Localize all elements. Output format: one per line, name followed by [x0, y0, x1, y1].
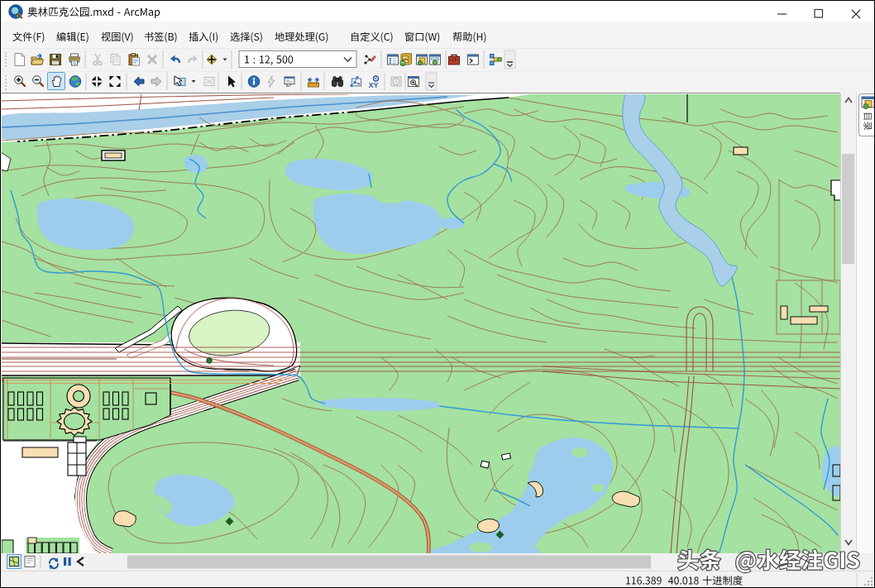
- svg-text:XY: XY: [369, 81, 379, 89]
